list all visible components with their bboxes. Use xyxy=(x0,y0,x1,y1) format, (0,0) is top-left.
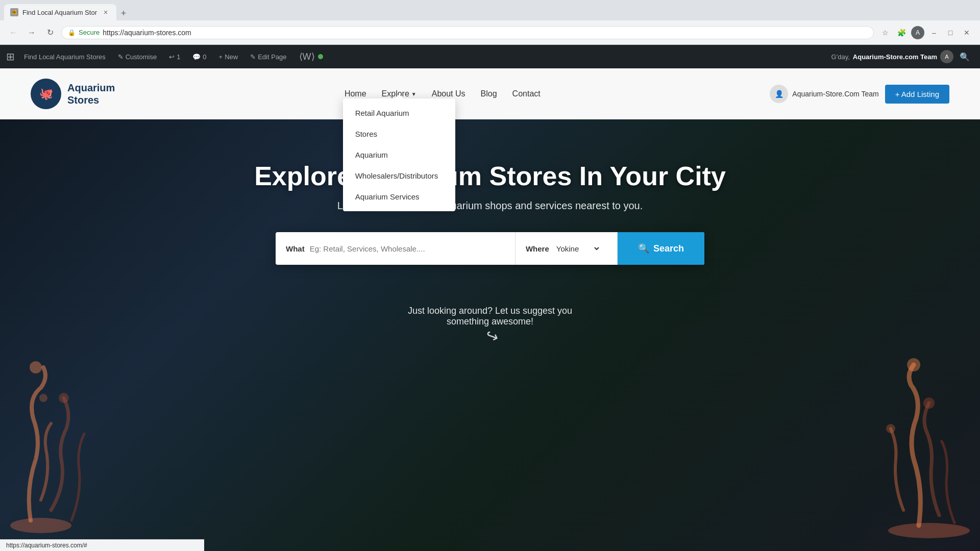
hero-title: Explore Aquarium Stores In Your City xyxy=(0,160,980,192)
coral-left-decoration xyxy=(0,347,153,551)
site-navigation: 🐙 Aquarium Stores Home Explore ▼ Retail … xyxy=(0,68,980,119)
secure-label: Secure xyxy=(79,29,100,36)
customise-icon: ✎ xyxy=(118,53,124,61)
logo-icon: 🐙 xyxy=(31,79,61,109)
svg-point-6 xyxy=(886,424,895,433)
nav-home[interactable]: Home xyxy=(345,89,366,98)
search-what-input[interactable] xyxy=(310,244,505,253)
search-where-label: Where xyxy=(526,244,549,253)
svg-point-1 xyxy=(30,361,42,373)
add-listing-button[interactable]: + Add Listing xyxy=(885,85,949,104)
extension-icon[interactable]: 🧩 xyxy=(894,26,909,40)
forward-button[interactable]: → xyxy=(24,26,39,40)
explore-caret-icon: ▼ xyxy=(411,91,416,97)
site-logo[interactable]: 🐙 Aquarium Stores xyxy=(31,79,115,109)
secure-icon: 🔒 xyxy=(68,29,76,36)
close-button[interactable]: ✕ xyxy=(960,26,974,40)
status-bar: https://aquarium-stores.com/# xyxy=(0,539,204,551)
url-text: https://aquarium-stores.com xyxy=(103,29,867,37)
wordpress-icon[interactable]: ⊞ xyxy=(6,51,15,63)
site-name-label: Find Local Aquarium Stores xyxy=(24,53,106,61)
logo-text: Aquarium Stores xyxy=(67,82,115,106)
svg-point-7 xyxy=(923,397,935,409)
search-container: What Where Yokine Perth Sydney Melbourne… xyxy=(276,232,704,265)
search-button[interactable]: 🔍 Search xyxy=(618,232,704,265)
back-button[interactable]: ← xyxy=(6,26,20,40)
nav-user[interactable]: 👤 Aquarium-Store.Com Team xyxy=(770,85,878,103)
dropdown-item-aquarium[interactable]: Aquarium xyxy=(343,144,455,165)
nav-blog[interactable]: Blog xyxy=(481,89,497,98)
site-content: 🐙 Aquarium Stores Home Explore ▼ Retail … xyxy=(0,68,980,551)
hero-section: Explore Aquarium Stores In Your City Let… xyxy=(0,119,980,265)
dropdown-item-wholesalers[interactable]: Wholesalers/Distributors xyxy=(343,165,455,186)
edit-page-icon: ✎ xyxy=(250,53,256,61)
svg-point-2 xyxy=(39,394,47,402)
plugin-icon: ⟨W⟩ xyxy=(299,51,315,62)
svg-point-0 xyxy=(10,518,71,533)
browser-tab[interactable]: 🐠 Find Local Aquarium Stor × xyxy=(4,4,116,20)
svg-point-5 xyxy=(907,358,920,371)
nav-links: Home Explore ▼ Retail Aquarium Stores Aq… xyxy=(345,89,541,98)
url-bar[interactable]: 🔒 Secure https://aquarium-stores.com xyxy=(61,26,874,39)
search-what-section: What xyxy=(276,232,516,265)
search-bar-container: What Where Yokine Perth Sydney Melbourne… xyxy=(0,232,980,265)
admin-comments[interactable]: 💬 0 xyxy=(187,45,211,68)
admin-site-name[interactable]: Find Local Aquarium Stores xyxy=(19,45,111,68)
admin-plugin[interactable]: ⟨W⟩ xyxy=(294,45,328,68)
bookmark-icon[interactable]: ☆ xyxy=(878,26,892,40)
search-where-select[interactable]: Yokine Perth Sydney Melbourne xyxy=(554,244,601,254)
profile-icon[interactable]: A xyxy=(911,26,925,40)
svg-point-4 xyxy=(888,523,970,538)
tab-favicon: 🐠 xyxy=(10,8,18,16)
revisions-icon: ↩ xyxy=(169,53,175,61)
admin-customise[interactable]: ✎ Customise xyxy=(113,45,162,68)
new-tab-button[interactable]: + xyxy=(116,6,131,20)
status-dot xyxy=(318,54,323,59)
profile-avatar: A xyxy=(911,26,924,39)
suggestion-line1: Just looking around? Let us suggest you xyxy=(0,306,980,316)
svg-point-3 xyxy=(59,393,69,403)
new-icon: + xyxy=(219,53,223,61)
explore-dropdown: Retail Aquarium Stores Aquarium Wholesal… xyxy=(343,98,455,211)
user-avatar: 👤 xyxy=(770,85,788,103)
admin-revisions[interactable]: ↩ 1 xyxy=(164,45,185,68)
reload-button[interactable]: ↻ xyxy=(43,26,57,40)
search-button-icon: 🔍 xyxy=(638,243,649,254)
dropdown-item-services[interactable]: Aquarium Services xyxy=(343,186,455,207)
dropdown-item-retail-aquarium[interactable]: Retail Aquarium xyxy=(343,103,455,123)
search-button-label: Search xyxy=(653,243,684,254)
user-name: Aquarium-Store.Com Team xyxy=(792,90,878,98)
tab-title: Find Local Aquarium Stor xyxy=(22,9,97,16)
nav-explore-wrapper: Explore ▼ Retail Aquarium Stores Aquariu… xyxy=(382,89,416,98)
search-what-label: What xyxy=(286,244,305,253)
tab-close-button[interactable]: × xyxy=(101,8,110,17)
nav-contact[interactable]: Contact xyxy=(512,89,541,98)
admin-greeting: G'day, Aquarium-Store.com Team A xyxy=(831,50,953,63)
suggestion-arrow-icon: ↪ xyxy=(483,325,501,346)
minimize-button[interactable]: – xyxy=(927,26,941,40)
hero-subtitle: Let's uncover the best aquarium shops an… xyxy=(0,200,980,212)
comments-icon: 💬 xyxy=(192,53,201,61)
admin-edit-page[interactable]: ✎ Edit Page xyxy=(245,45,291,68)
admin-avatar: A xyxy=(940,50,953,63)
coral-right-decoration xyxy=(801,347,980,551)
search-where-section: Where Yokine Perth Sydney Melbourne xyxy=(516,232,618,265)
restore-button[interactable]: □ xyxy=(943,26,958,40)
dropdown-item-stores[interactable]: Stores xyxy=(343,123,455,144)
nav-about[interactable]: About Us xyxy=(432,89,465,98)
admin-search-icon[interactable]: 🔍 xyxy=(955,52,974,62)
bottom-suggestion: Just looking around? Let us suggest you … xyxy=(0,306,980,345)
status-url: https://aquarium-stores.com/# xyxy=(6,542,87,549)
admin-new[interactable]: + New xyxy=(214,45,243,68)
